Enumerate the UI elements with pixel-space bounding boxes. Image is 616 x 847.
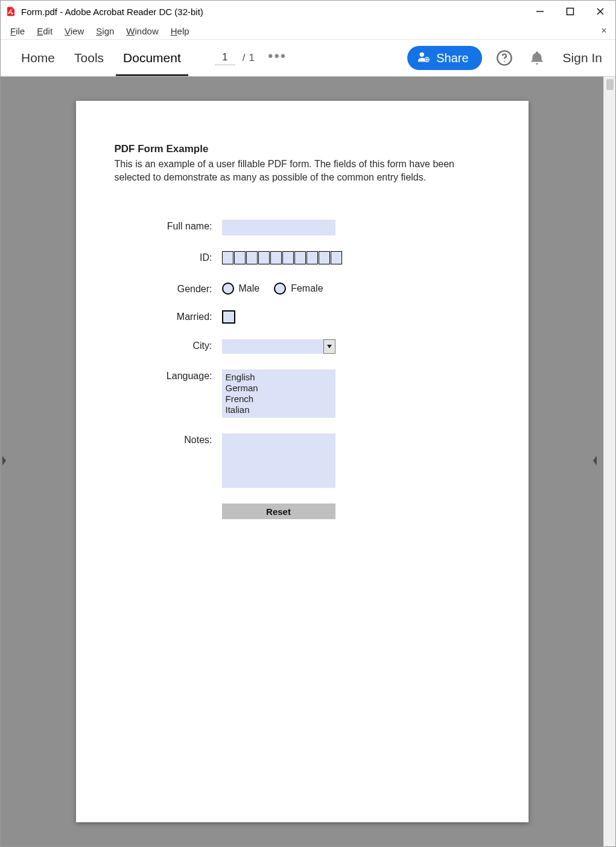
page-separator: / — [243, 52, 246, 64]
notes-textarea[interactable] — [222, 433, 335, 488]
city-select[interactable] — [222, 339, 323, 354]
label-married: Married: — [115, 310, 222, 322]
gender-male-radio[interactable] — [222, 283, 234, 295]
reset-button[interactable]: Reset — [222, 503, 335, 519]
svg-rect-1 — [567, 8, 574, 15]
label-language: Language: — [115, 369, 222, 382]
bell-icon[interactable] — [527, 48, 547, 68]
list-item[interactable]: German — [226, 383, 332, 394]
tab-tools[interactable]: Tools — [65, 40, 113, 76]
menu-help[interactable]: Help — [165, 25, 195, 37]
svg-marker-10 — [2, 456, 6, 465]
fullname-input[interactable] — [222, 220, 335, 235]
svg-marker-12 — [593, 456, 597, 465]
menu-bar: File Edit View Sign Window Help × — [1, 22, 615, 39]
svg-point-4 — [420, 52, 424, 56]
form-description: This is an example of a user fillable PD… — [115, 158, 490, 184]
gender-female-radio[interactable] — [274, 283, 286, 295]
title-bar: Form.pdf - Adobe Acrobat Reader DC (32-b… — [1, 1, 615, 22]
share-label: Share — [436, 51, 468, 65]
current-page-input[interactable]: 1 — [215, 51, 235, 65]
menu-sign[interactable]: Sign — [90, 25, 120, 37]
toolbar: Home Tools Document 1 / 1 ••• Share Sign… — [1, 39, 615, 77]
id-comb-input[interactable] — [222, 251, 342, 264]
svg-marker-11 — [327, 345, 332, 348]
total-pages: 1 — [249, 52, 255, 64]
sign-in-link[interactable]: Sign In — [563, 51, 602, 65]
menu-edit[interactable]: Edit — [31, 25, 59, 37]
label-gender: Gender: — [115, 283, 222, 295]
married-checkbox[interactable] — [222, 310, 235, 324]
page-indicator: 1 / 1 — [215, 51, 255, 65]
city-select-arrow[interactable] — [323, 339, 335, 354]
pdf-page: PDF Form Example This is an example of a… — [76, 101, 529, 822]
language-listbox[interactable]: English German French Italian — [222, 369, 335, 418]
label-fullname: Full name: — [115, 220, 222, 232]
maximize-button[interactable] — [555, 1, 585, 22]
list-item[interactable]: French — [226, 394, 332, 404]
menu-file[interactable]: File — [4, 25, 31, 37]
acrobat-icon — [5, 6, 16, 17]
share-icon — [417, 50, 430, 66]
form-title: PDF Form Example — [115, 143, 490, 155]
help-icon[interactable] — [494, 48, 515, 68]
label-notes: Notes: — [115, 433, 222, 446]
tab-document[interactable]: Document — [113, 40, 191, 76]
close-panel-icon[interactable]: × — [596, 25, 612, 36]
tab-home[interactable]: Home — [11, 40, 65, 76]
left-panel-handle[interactable] — [1, 453, 11, 470]
label-id: ID: — [115, 251, 222, 263]
minimize-button[interactable] — [525, 1, 555, 22]
label-city: City: — [115, 339, 222, 351]
menu-window[interactable]: Window — [120, 25, 164, 37]
scrollbar-thumb[interactable] — [606, 79, 614, 90]
svg-point-9 — [504, 61, 505, 62]
gender-male-label: Male — [239, 283, 260, 294]
window-title: Form.pdf - Adobe Acrobat Reader DC (32-b… — [21, 7, 525, 17]
close-window-button[interactable] — [585, 1, 615, 22]
gender-female-label: Female — [291, 283, 323, 294]
share-button[interactable]: Share — [407, 46, 481, 70]
list-item[interactable]: Italian — [226, 404, 332, 415]
right-panel-handle[interactable] — [591, 453, 602, 470]
list-item[interactable]: English — [226, 372, 332, 383]
vertical-scrollbar[interactable] — [603, 77, 615, 846]
menu-view[interactable]: View — [59, 25, 90, 37]
document-viewport[interactable]: PDF Form Example This is an example of a… — [1, 77, 603, 846]
